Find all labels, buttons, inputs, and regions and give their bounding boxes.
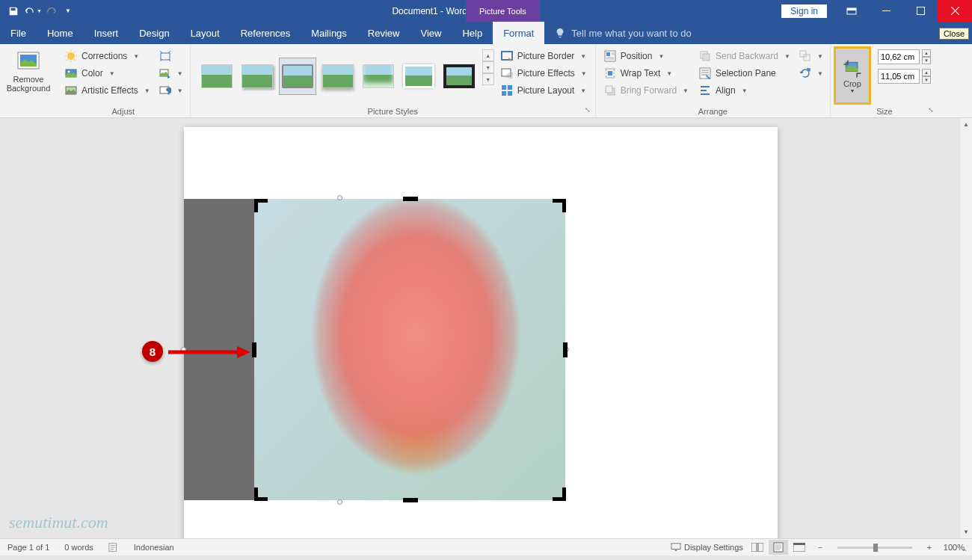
- tab-layout[interactable]: Layout: [180, 22, 230, 44]
- artistic-label: Artistic Effects: [81, 85, 138, 96]
- picture-styles-launcher[interactable]: ⤡: [585, 106, 594, 115]
- position-button[interactable]: Position▼: [601, 48, 692, 64]
- crop-handle-bl[interactable]: [254, 487, 268, 501]
- picture-layout-button[interactable]: Picture Layout▼: [498, 82, 590, 99]
- tab-format[interactable]: Format: [493, 22, 544, 44]
- close-button[interactable]: [938, 0, 972, 22]
- svg-rect-21: [608, 71, 612, 76]
- web-layout-button[interactable]: [790, 540, 809, 555]
- crop-handle-tr[interactable]: [553, 199, 566, 212]
- gallery-more-button[interactable]: ▼: [482, 73, 494, 85]
- change-picture-button[interactable]: ▼: [158, 65, 185, 81]
- picture-layout-label: Picture Layout: [517, 85, 575, 96]
- crop-handle-br[interactable]: [553, 487, 566, 501]
- style-thumb-6[interactable]: [400, 58, 437, 95]
- height-down[interactable]: ▼: [922, 57, 931, 64]
- tab-help[interactable]: Help: [452, 22, 493, 44]
- wrap-text-button[interactable]: Wrap Text▼: [601, 65, 692, 81]
- crop-handle-tl[interactable]: [254, 199, 268, 212]
- picture-border-button[interactable]: Picture Border▼: [498, 48, 590, 64]
- vertical-scrollbar[interactable]: ▲ ▼: [959, 118, 972, 538]
- spellcheck-status[interactable]: [105, 542, 122, 553]
- style-thumb-7[interactable]: [440, 58, 478, 95]
- svg-rect-1: [847, 8, 856, 10]
- page-status[interactable]: Page 1 of 1: [4, 543, 52, 552]
- compress-pictures-button[interactable]: [158, 48, 185, 64]
- compress-icon: [159, 50, 171, 62]
- scroll-up-button[interactable]: ▲: [960, 118, 972, 131]
- minimize-button[interactable]: [869, 0, 903, 22]
- rotate-handle[interactable]: [337, 195, 342, 200]
- height-input[interactable]: [878, 49, 920, 64]
- color-icon: [65, 67, 77, 79]
- svg-rect-15: [502, 85, 506, 90]
- tab-design[interactable]: Design: [129, 22, 179, 44]
- tab-file[interactable]: File: [0, 22, 37, 44]
- language-status[interactable]: Indonesian: [131, 543, 177, 552]
- gallery-up-button[interactable]: ▲: [482, 49, 494, 61]
- style-thumb-1[interactable]: [198, 58, 236, 95]
- crop-handle-right[interactable]: [563, 342, 567, 357]
- zoom-out-button[interactable]: −: [810, 540, 830, 555]
- style-thumb-2[interactable]: [239, 58, 276, 95]
- style-thumb-5[interactable]: [360, 58, 397, 95]
- zoom-thumb[interactable]: [873, 544, 878, 552]
- align-button[interactable]: Align▼: [696, 82, 793, 99]
- crop-button[interactable]: Crop ▼: [836, 49, 869, 102]
- corrections-label: Corrections: [81, 51, 127, 61]
- tell-me-search[interactable]: Tell me what you want to do: [544, 22, 936, 44]
- tab-home[interactable]: Home: [37, 22, 84, 44]
- quick-access-toolbar: ▼ ▼: [0, 2, 78, 20]
- corrections-button[interactable]: Corrections▼: [62, 48, 153, 64]
- artistic-effects-button[interactable]: Artistic Effects▼: [62, 82, 153, 99]
- width-down[interactable]: ▼: [922, 76, 931, 84]
- redo-button[interactable]: [43, 2, 61, 20]
- tab-references[interactable]: References: [230, 22, 301, 44]
- rotate-button[interactable]: ▼: [798, 65, 825, 81]
- size-launcher[interactable]: ⤡: [928, 106, 937, 115]
- display-icon: [671, 543, 681, 552]
- height-input-row: ▲▼: [876, 49, 931, 64]
- zoom-in-button[interactable]: +: [920, 540, 939, 555]
- crop-handle-top[interactable]: [403, 197, 418, 201]
- print-layout-button[interactable]: [769, 540, 788, 555]
- undo-button[interactable]: ▼: [24, 2, 42, 20]
- group-picture-styles: ▲ ▼ ▼ Picture Border▼ Picture Effects▼ P…: [191, 44, 596, 117]
- word-count[interactable]: 0 words: [61, 543, 96, 552]
- read-mode-button[interactable]: [748, 540, 767, 555]
- tab-view[interactable]: View: [410, 22, 452, 44]
- remove-background-button[interactable]: Remove Background: [3, 46, 54, 96]
- display-settings[interactable]: Display Settings: [668, 543, 746, 552]
- ribbon-display-button[interactable]: [834, 0, 869, 22]
- width-up[interactable]: ▲: [922, 69, 931, 76]
- height-up[interactable]: ▲: [922, 49, 931, 57]
- color-button[interactable]: Color▼: [62, 65, 153, 81]
- scroll-down-button[interactable]: ▼: [960, 526, 972, 538]
- save-button[interactable]: [4, 2, 22, 20]
- maximize-button[interactable]: [903, 0, 938, 22]
- qat-customize-button[interactable]: ▼: [63, 2, 73, 20]
- title-bar: ▼ ▼ Document1 - Word Picture Tools Sign …: [0, 0, 972, 22]
- picture-border-label: Picture Border: [517, 51, 575, 61]
- sel-handle-bottom[interactable]: [337, 499, 342, 505]
- sign-in-button[interactable]: Sign in: [781, 4, 827, 18]
- gallery-down-button[interactable]: ▼: [482, 61, 494, 73]
- style-thumb-3[interactable]: [279, 58, 316, 95]
- tab-insert[interactable]: Insert: [84, 22, 129, 44]
- selection-pane-button[interactable]: Selection Pane: [696, 65, 793, 81]
- svg-rect-37: [751, 543, 757, 552]
- tab-mailings[interactable]: Mailings: [301, 22, 357, 44]
- tab-review[interactable]: Review: [357, 22, 410, 44]
- width-input[interactable]: [878, 69, 920, 84]
- corrections-icon: [65, 50, 77, 62]
- style-thumb-4[interactable]: [319, 58, 357, 95]
- collapse-ribbon-button[interactable]: ⌃: [962, 548, 968, 556]
- picture-effects-button[interactable]: Picture Effects▼: [498, 65, 590, 81]
- crop-handle-bottom[interactable]: [403, 498, 418, 502]
- svg-rect-28: [804, 55, 810, 61]
- svg-point-6: [67, 52, 75, 60]
- reset-picture-button[interactable]: ▼: [158, 82, 185, 99]
- zoom-slider[interactable]: [837, 547, 912, 549]
- close-tooltip: Close: [939, 28, 969, 40]
- crop-handle-left[interactable]: [252, 342, 256, 357]
